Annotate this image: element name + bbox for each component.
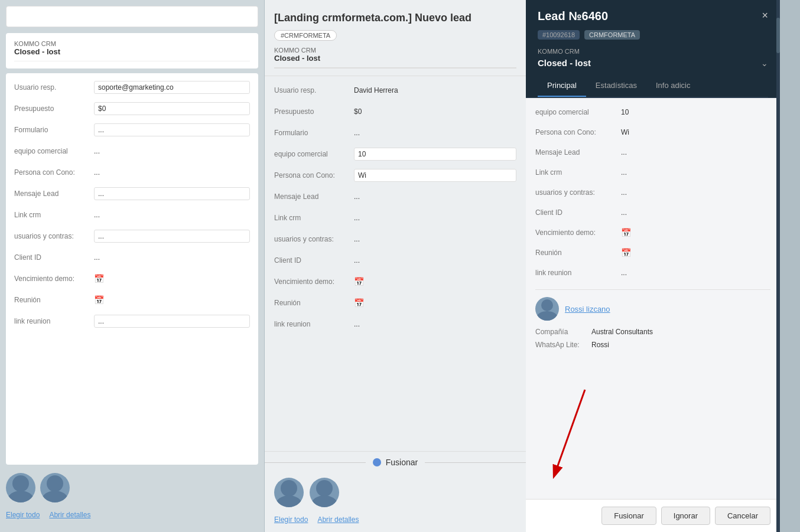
- left-bottom-links: Elegir todo Abrir detalles: [6, 507, 258, 523]
- presupuesto-middle-value: $0: [354, 107, 516, 116]
- scroll-thumb[interactable]: [776, 18, 780, 53]
- right-footer: Fusionar Ignorar Cancelar: [526, 499, 780, 532]
- left-avatar-1: [6, 473, 35, 502]
- field-row: Client ID ...: [14, 249, 250, 266]
- field-label: link reunion: [14, 317, 94, 325]
- field-row: link reunion: [14, 313, 250, 329]
- pipeline-label: KOMMO CRM: [538, 48, 580, 55]
- pipeline-status: Closed - lost: [538, 58, 591, 68]
- field-label: Formulario: [274, 129, 354, 137]
- abrir-detalles-middle-link[interactable]: Abrir detalles: [317, 515, 359, 524]
- contact-detail-label: WhatsAp Lite:: [535, 341, 591, 349]
- middle-avatar-2: [310, 478, 339, 507]
- field-row: Formulario: [14, 122, 250, 138]
- field-row: link reunion ...: [274, 316, 516, 332]
- crmformeta-tag: #CRMFORMETA: [274, 30, 337, 41]
- search-bar[interactable]: [6, 6, 258, 27]
- right-field-row: link reunion ...: [535, 266, 770, 280]
- vencimiento-demo-right-calendar-icon[interactable]: 📅: [621, 228, 631, 237]
- fusionar-button[interactable]: Fusionar: [601, 507, 656, 525]
- mensaje-lead-middle-value: ...: [354, 192, 516, 201]
- field-label: Reunión: [14, 296, 94, 304]
- elegir-todo-middle-link[interactable]: Elegir todo: [274, 515, 308, 524]
- cancelar-button[interactable]: Cancelar: [715, 507, 770, 525]
- elegir-todo-left-link[interactable]: Elegir todo: [6, 511, 40, 519]
- link-reunion-input[interactable]: [94, 315, 250, 328]
- ignorar-button[interactable]: Ignorar: [661, 507, 710, 525]
- presupuesto-input[interactable]: [94, 102, 250, 115]
- right-field-row: Client ID ...: [535, 205, 770, 220]
- field-label: usuarios y contras:: [274, 235, 354, 243]
- link-reunion-middle-value: ...: [354, 320, 516, 328]
- right-field-label: Reunión: [535, 249, 621, 257]
- whatsapp-value: Rossi: [591, 341, 609, 349]
- equipo-comercial-right-value: 10: [621, 108, 770, 116]
- client-id-value: ...: [94, 253, 250, 262]
- lead-id-tag: #10092618: [538, 30, 580, 40]
- field-row: Persona con Cono: ...: [14, 164, 250, 181]
- chevron-down-icon[interactable]: ⌄: [761, 58, 768, 68]
- field-label: Persona con Cono:: [274, 171, 354, 179]
- right-field-row: Link crm ...: [535, 165, 770, 179]
- equipo-comercial-value: ...: [94, 147, 250, 155]
- right-field-row: usuarios y contras: ...: [535, 185, 770, 200]
- client-id-middle-value: ...: [354, 256, 516, 265]
- field-label: Presupuesto: [274, 107, 354, 116]
- field-label: Mensaje Lead: [274, 192, 354, 201]
- contact-name-link[interactable]: Rossi lizcano: [565, 305, 610, 314]
- formulario-input[interactable]: [94, 123, 250, 136]
- reunion-middle-calendar-icon[interactable]: 📅: [354, 298, 364, 308]
- right-field-label: Link crm: [535, 168, 621, 177]
- field-label: Usuario resp.: [274, 86, 354, 94]
- field-row: Usuario resp. David Herrera: [274, 82, 516, 99]
- field-row: Link crm ...: [274, 210, 516, 226]
- equipo-comercial-middle-value: 10: [354, 148, 516, 161]
- field-row: Mensaje Lead ...: [274, 188, 516, 205]
- middle-crm-label: KOMMO CRM: [274, 47, 516, 54]
- close-button[interactable]: ×: [762, 9, 768, 22]
- field-label: Reunión: [274, 299, 354, 307]
- vencimiento-demo-middle-calendar-icon[interactable]: 📅: [354, 277, 364, 286]
- tab-principal[interactable]: Principal: [538, 75, 586, 97]
- mensaje-lead-input[interactable]: [94, 187, 250, 200]
- field-label: Presupuesto: [14, 105, 94, 113]
- right-field-label: equipo comercial: [535, 108, 621, 116]
- field-row: Reunión 📅: [274, 295, 516, 311]
- right-field-row: Vencimiento demo: 📅: [535, 226, 770, 240]
- link-crm-right-value: ...: [621, 168, 770, 177]
- usuarios-contras-right-value: ...: [621, 188, 770, 197]
- mensaje-lead-right-value: ...: [621, 148, 770, 156]
- persona-con-cono-middle-value: Wi: [354, 169, 516, 182]
- field-row: Link crm ...: [14, 207, 250, 223]
- usuario-resp-middle-value: David Herrera: [354, 86, 516, 94]
- client-id-right-value: ...: [621, 208, 770, 217]
- left-panel: KOMMO CRM Closed - lost Usuario resp. Pr…: [0, 0, 265, 532]
- contact-row: Rossi lizcano: [535, 297, 770, 321]
- right-field-label: link reunion: [535, 269, 621, 277]
- main-container: KOMMO CRM Closed - lost Usuario resp. Pr…: [0, 0, 800, 532]
- middle-fields-container: Usuario resp. David Herrera Presupuesto …: [265, 76, 526, 451]
- field-row: Vencimiento demo: 📅: [14, 270, 250, 287]
- field-row: usuarios y contras: ...: [274, 231, 516, 247]
- tab-estadisticas[interactable]: Estadísticas: [586, 75, 646, 97]
- persona-con-cono-right-value: Wi: [621, 128, 770, 136]
- abrir-detalles-left-link[interactable]: Abrir detalles: [49, 511, 90, 519]
- fusionar-line-left: [265, 462, 366, 463]
- persona-con-cono-value: ...: [94, 168, 250, 177]
- middle-status: Closed - lost: [274, 54, 516, 63]
- reunion-calendar-icon[interactable]: 📅: [94, 295, 104, 305]
- reunion-right-calendar-icon[interactable]: 📅: [621, 248, 631, 257]
- vencimiento-demo-calendar-icon[interactable]: 📅: [94, 274, 104, 283]
- usuarios-contras-input[interactable]: [94, 230, 250, 243]
- field-label: Link crm: [274, 214, 354, 222]
- usuario-resp-input[interactable]: [94, 81, 250, 94]
- right-field-row: Reunión 📅: [535, 246, 770, 260]
- lead-name-tag: CRMFORMETA: [584, 30, 640, 40]
- tags-row: #10092618 CRMFORMETA: [538, 30, 768, 40]
- fusionar-circle-icon: [373, 458, 381, 466]
- right-field-row: Mensaje Lead ...: [535, 145, 770, 159]
- left-fields-container: Usuario resp. Presupuesto Formulario equ…: [6, 73, 258, 465]
- field-row: Presupuesto $0: [274, 103, 516, 120]
- right-panel: Lead №6460 × #10092618 CRMFORMETA KOMMO …: [526, 0, 780, 532]
- tab-info-adicic[interactable]: Info adicic: [646, 75, 700, 97]
